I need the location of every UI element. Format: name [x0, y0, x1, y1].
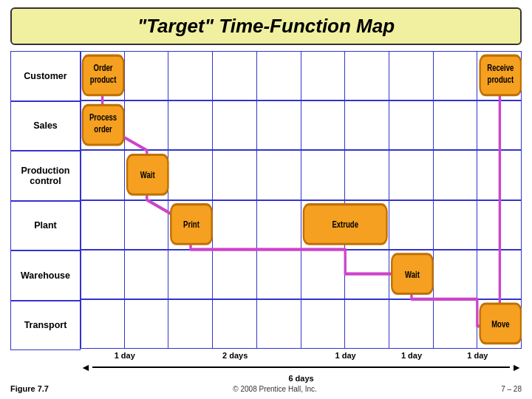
cell — [345, 250, 389, 299]
cell — [125, 51, 169, 100]
cell — [389, 100, 434, 149]
cell — [168, 100, 213, 149]
cell — [81, 150, 125, 199]
cell — [389, 299, 434, 348]
cell — [213, 200, 257, 249]
cell — [477, 200, 522, 249]
cell — [434, 51, 478, 100]
cell — [257, 250, 301, 299]
time-total: 6 days — [81, 374, 522, 383]
cell — [213, 100, 257, 149]
cell — [257, 100, 301, 149]
cell — [257, 200, 301, 249]
row-label-sales: Sales — [10, 101, 81, 151]
grid-content: Order product Receive product Process or… — [81, 51, 522, 349]
row-label-production: Productioncontrol — [10, 151, 81, 201]
figure-label: Figure 7.7 — [10, 384, 49, 393]
row-label-plant: Plant — [10, 201, 81, 251]
cell — [257, 150, 301, 199]
cell — [477, 250, 522, 299]
cell — [434, 200, 478, 249]
cell — [345, 100, 389, 149]
cell — [257, 51, 301, 100]
cell — [434, 299, 478, 348]
cell — [301, 51, 346, 100]
time-label-1day-late: 1 day — [389, 351, 433, 360]
cell — [301, 250, 346, 299]
time-label-1day-first: 1 day — [81, 351, 168, 360]
cell — [81, 100, 125, 149]
cell — [434, 150, 478, 199]
grid-row-5 — [81, 299, 522, 349]
grid-row-2 — [81, 150, 522, 200]
cell — [81, 200, 125, 249]
time-row: 1 day 2 days 1 day 1 day 1 day ◄ ► 6 day… — [81, 350, 522, 383]
cell — [125, 250, 169, 299]
cell — [257, 299, 301, 348]
cell — [125, 100, 169, 149]
cell — [81, 250, 125, 299]
cell — [477, 150, 522, 199]
cell — [477, 51, 522, 100]
time-label-1day-mid: 1 day — [301, 351, 389, 360]
cell — [477, 100, 522, 149]
cell — [477, 299, 522, 348]
cell — [125, 200, 169, 249]
grid-row-4 — [81, 250, 522, 299]
cell — [434, 100, 478, 149]
cell — [168, 150, 213, 199]
bottom-bar: Figure 7.7 © 2008 Prentice Hall, Inc. 7 … — [10, 384, 522, 393]
page: "Target" Time-Function Map Customer Sale… — [0, 0, 532, 399]
page-number: 7 – 28 — [501, 385, 522, 393]
row-label-warehouse: Warehouse — [10, 250, 81, 301]
page-title: "Target" Time-Function Map — [10, 7, 522, 45]
row-labels: Customer Sales Productioncontrol Plant W… — [10, 51, 81, 350]
cell — [345, 150, 389, 199]
cell — [125, 150, 169, 199]
cell — [213, 250, 257, 299]
grid-row-0 — [81, 51, 522, 100]
grid-row-1 — [81, 100, 522, 150]
grid-row-3 — [81, 200, 522, 250]
cell — [389, 200, 434, 249]
cell — [168, 250, 213, 299]
cell — [345, 51, 389, 100]
row-label-customer: Customer — [10, 51, 81, 101]
cell — [213, 299, 257, 348]
cell — [168, 51, 213, 100]
cell — [301, 150, 346, 199]
cell — [301, 299, 346, 348]
cell — [301, 200, 346, 249]
cell — [434, 250, 478, 299]
cell — [81, 299, 125, 348]
cell — [168, 200, 213, 249]
cell — [213, 150, 257, 199]
cell — [389, 250, 434, 299]
cell — [345, 200, 389, 249]
time-label-2days: 2 days — [168, 351, 301, 360]
time-label-1day-last: 1 day — [434, 351, 522, 360]
cell — [345, 299, 389, 348]
cell — [389, 51, 434, 100]
cell — [168, 299, 213, 348]
cell — [213, 51, 257, 100]
cell — [81, 51, 125, 100]
diagram-area: Customer Sales Productioncontrol Plant W… — [10, 51, 522, 383]
cell — [125, 299, 169, 348]
cell — [389, 150, 434, 199]
copyright: © 2008 Prentice Hall, Inc. — [233, 385, 317, 393]
row-label-transport: Transport — [10, 301, 81, 351]
cell — [301, 100, 346, 149]
